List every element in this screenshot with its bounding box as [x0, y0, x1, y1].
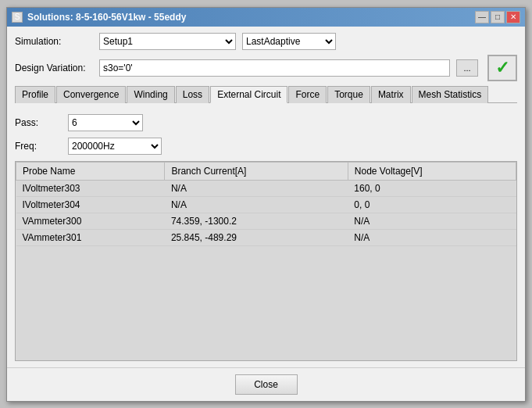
pass-select[interactable]: 6: [68, 114, 143, 131]
design-variation-row: Design Variation: ... ✓: [15, 55, 517, 81]
title-bar: S Solutions: 8-5-160-56V1kw - 55eddy — □…: [7, 8, 525, 27]
design-variation-input[interactable]: [99, 59, 450, 77]
tab-loss[interactable]: Loss: [176, 86, 209, 103]
cell-node-voltage: 160, 0: [348, 180, 516, 196]
browse-button[interactable]: ...: [456, 59, 478, 77]
tab-profile[interactable]: Profile: [15, 86, 55, 103]
title-controls: — □ ✕: [475, 11, 520, 23]
pass-label: Pass:: [15, 117, 62, 128]
col-probe-name: Probe Name: [16, 162, 165, 180]
close-window-button[interactable]: ✕: [506, 11, 520, 23]
cell-probe-name: IVoltmeter304: [16, 196, 165, 213]
cell-branch-current: N/A: [165, 196, 348, 213]
content-area: Simulation: Setup1 LastAdaptive Design V…: [7, 27, 525, 367]
tab-winding[interactable]: Winding: [127, 86, 174, 103]
cell-probe-name: IVoltmeter303: [16, 180, 165, 196]
tab-convergence[interactable]: Convergence: [56, 86, 126, 103]
cell-node-voltage: N/A: [348, 229, 516, 245]
table-row: VAmmeter30074.359, -1300.2N/A: [16, 213, 516, 229]
tab-torque[interactable]: Torque: [327, 86, 370, 103]
data-table: Probe Name Branch Current[A] Node Voltag…: [16, 162, 516, 246]
simulation-select[interactable]: Setup1: [99, 33, 236, 50]
footer: Close: [7, 367, 525, 401]
tab-content-external-circuit: Pass: 6 Freq: 200000Hz Probe Name Branch…: [15, 108, 517, 361]
cell-probe-name: VAmmeter300: [16, 213, 165, 229]
table-row: VAmmeter30125.845, -489.29N/A: [16, 229, 516, 245]
cell-branch-current: 74.359, -1300.2: [165, 213, 348, 229]
check-button[interactable]: ✓: [487, 55, 517, 81]
table-row: IVoltmeter304N/A0, 0: [16, 196, 516, 213]
simulation-label: Simulation:: [15, 36, 93, 47]
pass-row: Pass: 6: [15, 114, 517, 131]
table-body: IVoltmeter303N/A160, 0IVoltmeter304N/A0,…: [16, 180, 516, 245]
window-icon: S: [12, 12, 23, 23]
tab-mesh-statistics[interactable]: Mesh Statistics: [412, 86, 489, 103]
freq-label: Freq:: [15, 141, 62, 152]
close-button[interactable]: Close: [235, 374, 298, 395]
freq-select[interactable]: 200000Hz: [68, 138, 162, 155]
col-branch-current: Branch Current[A]: [165, 162, 348, 180]
cell-branch-current: 25.845, -489.29: [165, 229, 348, 245]
cell-node-voltage: 0, 0: [348, 196, 516, 213]
freq-row: Freq: 200000Hz: [15, 138, 517, 155]
tab-force[interactable]: Force: [288, 86, 327, 103]
main-window: S Solutions: 8-5-160-56V1kw - 55eddy — □…: [6, 7, 526, 402]
cell-node-voltage: N/A: [348, 213, 516, 229]
tab-matrix[interactable]: Matrix: [371, 86, 411, 103]
title-bar-left: S Solutions: 8-5-160-56V1kw - 55eddy: [12, 12, 186, 23]
table-row: IVoltmeter303N/A160, 0: [16, 180, 516, 196]
cell-probe-name: VAmmeter301: [16, 229, 165, 245]
cell-branch-current: N/A: [165, 180, 348, 196]
window-title: Solutions: 8-5-160-56V1kw - 55eddy: [27, 12, 186, 23]
design-variation-label: Design Variation:: [15, 63, 93, 73]
col-node-voltage: Node Voltage[V]: [348, 162, 516, 180]
minimize-button[interactable]: —: [475, 11, 489, 23]
data-table-container: Probe Name Branch Current[A] Node Voltag…: [15, 161, 517, 361]
tabs-bar: ProfileConvergenceWindingLossExternal Ci…: [15, 86, 517, 103]
maximize-button[interactable]: □: [491, 11, 505, 23]
table-header-row: Probe Name Branch Current[A] Node Voltag…: [16, 162, 516, 180]
check-icon: ✓: [495, 59, 509, 77]
adaptive-select[interactable]: LastAdaptive: [242, 33, 336, 50]
tab-external-circuit[interactable]: External Circuit: [210, 86, 287, 103]
simulation-row: Simulation: Setup1 LastAdaptive: [15, 33, 517, 50]
